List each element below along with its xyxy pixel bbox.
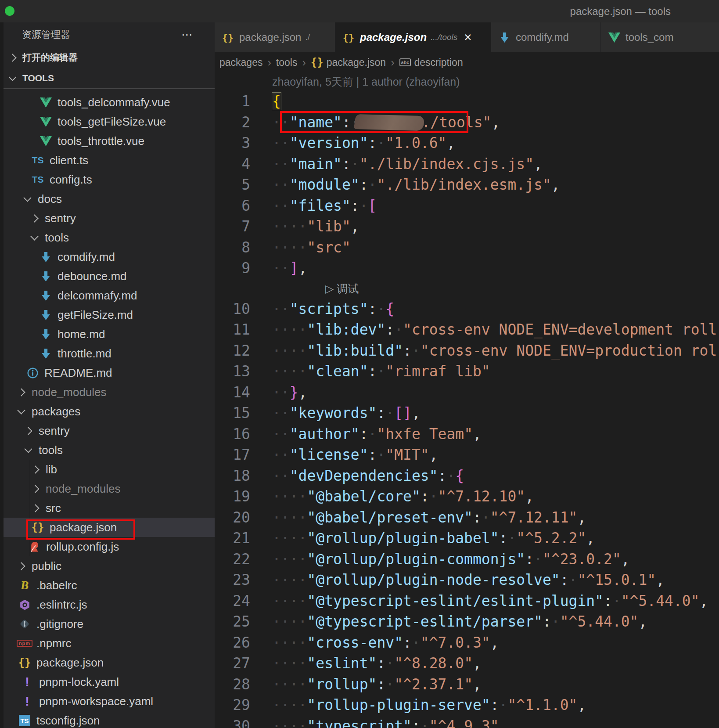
tree-item-sentry[interactable]: sentry xyxy=(0,209,215,228)
tab-comdify.md[interactable]: comdify.md xyxy=(491,22,601,52)
exclamation-icon: ! xyxy=(20,694,34,708)
abc-icon: abc xyxy=(399,58,411,66)
tab-package.json[interactable]: {}package.json.../tools✕ xyxy=(335,22,491,52)
tree-item-.gitignore[interactable]: .gitignore xyxy=(0,614,215,634)
tree-item-label: tools xyxy=(45,231,69,245)
code-text: ····"@typescript-eslint/eslint-plugin":·… xyxy=(250,591,708,612)
tree-item-node_modules[interactable]: node_modules xyxy=(0,382,215,402)
code-line-5: 5··"module":·"./lib/index.esm.js", xyxy=(215,174,719,195)
code-line-30: 30····"typescript":·"^4.9.3" xyxy=(215,716,719,728)
line-number: 13 xyxy=(215,361,250,382)
code-text: ····"@babel/core":·"^7.12.10", xyxy=(250,486,534,507)
tree-item-label: node_modules xyxy=(32,386,107,399)
tree-item-.eslintrc.js[interactable]: .eslintrc.js xyxy=(0,595,215,614)
tree-item-label: pnpm-lock.yaml xyxy=(39,675,119,689)
code-text: ··"scripts":·{ xyxy=(250,299,394,320)
line-number: 12 xyxy=(215,340,250,361)
line-number: 29 xyxy=(215,695,250,716)
tree-item-label: package.json xyxy=(36,656,104,670)
tab-label: package.json xyxy=(239,31,301,43)
breadcrumb-item-tools[interactable]: tools xyxy=(276,57,298,68)
tab-tools_com[interactable]: tools_com xyxy=(601,22,719,52)
tree-item-public[interactable]: public xyxy=(0,556,215,576)
tree-item-src[interactable]: src xyxy=(0,498,215,518)
breadcrumb-item-packages[interactable]: packages xyxy=(219,57,262,68)
markdown-icon xyxy=(39,250,53,264)
line-number: 24 xyxy=(215,591,250,612)
breadcrumb-item-package.json[interactable]: {}package.json xyxy=(311,56,386,68)
markdown-icon xyxy=(39,308,53,322)
close-icon[interactable]: ✕ xyxy=(464,32,472,43)
editor-content[interactable]: zhaoyifan, 5天前 | 1 author (zhaoyifan) 1{… xyxy=(215,72,719,728)
tree-item-label: home.md xyxy=(58,328,105,341)
tree-item-debounce.md[interactable]: debounce.md xyxy=(0,267,215,286)
tree-item-rollup.config.js[interactable]: rollup.config.js xyxy=(0,537,215,556)
code-line-24: 24····"@typescript-eslint/eslint-plugin"… xyxy=(215,591,719,612)
tree-item-config.ts[interactable]: TSconfig.ts xyxy=(0,170,215,189)
tree-item-pnpm-lock.yaml[interactable]: !pnpm-lock.yaml xyxy=(0,672,215,692)
tree-item-tsconfig.json[interactable]: TStsconfig.json xyxy=(0,711,215,728)
code-text: ····"@babel/preset-env":·"^7.12.11", xyxy=(250,507,586,528)
code-line-27: 27····"eslint":·"^8.28.0", xyxy=(215,653,719,674)
tree-item-lib[interactable]: lib xyxy=(0,460,215,479)
explorer-title: 资源管理器 xyxy=(22,28,70,41)
exclamation-icon: ! xyxy=(20,675,34,689)
line-number: 23 xyxy=(215,569,250,591)
line-number: 18 xyxy=(215,465,250,487)
tree-item-label: tools_delcommafy.vue xyxy=(58,96,170,109)
vue-icon xyxy=(39,134,53,148)
line-number: 10 xyxy=(215,299,250,320)
tree-item-tools[interactable]: tools xyxy=(0,228,215,247)
tree-item-tools_throttle.vue[interactable]: tools_throttle.vue xyxy=(0,131,215,151)
line-number: 17 xyxy=(215,444,250,465)
code-text: ····"eslint":·"^8.28.0", xyxy=(250,653,482,674)
tree-item-label: packages xyxy=(32,405,80,418)
breadcrumb-item-description[interactable]: abcdescription xyxy=(399,57,463,68)
tools-section-header[interactable]: TOOLS xyxy=(0,68,215,89)
window-traffic-light-green[interactable] xyxy=(5,6,14,16)
code-line-16: 16··"author":·"hxfe Team", xyxy=(215,424,719,445)
json-icon: {} xyxy=(31,520,45,534)
tree-item-getFileSize.md[interactable]: getFileSize.md xyxy=(0,305,215,324)
tree-item-tools_getFileSize.vue[interactable]: tools_getFileSize.vue xyxy=(0,112,215,131)
tree-item-client.ts[interactable]: TSclient.ts xyxy=(0,151,215,170)
tree-item-package.json[interactable]: {}package.json xyxy=(4,518,215,537)
code-text: ··"author":·"hxfe Team", xyxy=(250,424,482,445)
tree-item-.npmrc[interactable]: npm.npmrc xyxy=(0,634,215,653)
tree-item-node_modules[interactable]: node_modules xyxy=(0,479,215,498)
tree-item-tools[interactable]: tools xyxy=(0,440,215,460)
tree-item-label: node_modules xyxy=(46,482,121,496)
tab-bar: {}package.json./{}package.json.../tools✕… xyxy=(215,22,719,52)
tree-indent-guide xyxy=(30,460,30,556)
chevron-right-icon xyxy=(8,54,16,61)
tree-item-docs[interactable]: docs xyxy=(0,189,215,209)
chevron-right-icon xyxy=(30,214,38,222)
tree-item-.babelrc[interactable]: B.babelrc xyxy=(0,576,215,595)
tree-item-delcommafy.md[interactable]: delcommafy.md xyxy=(0,286,215,305)
more-actions-icon[interactable]: ⋯ xyxy=(181,28,194,42)
chevron-down-icon xyxy=(8,73,16,81)
json-icon: {} xyxy=(18,656,32,670)
tree-item-sentry[interactable]: sentry xyxy=(0,421,215,440)
tree-item-pnpm-workspace.yaml[interactable]: !pnpm-workspace.yaml xyxy=(0,692,215,711)
tab-label: tools_com xyxy=(626,31,673,43)
tree-item-packages[interactable]: packages xyxy=(0,402,215,421)
tree-item-README.md[interactable]: README.md xyxy=(0,363,215,382)
code-text: ··"keywords":·[], xyxy=(250,403,421,424)
codelens-debug[interactable]: ▷ 调试 xyxy=(325,279,359,299)
tree-item-throttle.md[interactable]: throttle.md xyxy=(0,344,215,363)
tree-item-comdify.md[interactable]: comdify.md xyxy=(0,247,215,267)
git-blame-lens[interactable]: zhaoyifan, 5天前 | 1 author (zhaoyifan) xyxy=(272,72,719,91)
open-editors-label: 打开的编辑器 xyxy=(22,51,78,64)
tree-item-package.json[interactable]: {}package.json xyxy=(0,653,215,672)
line-number: 26 xyxy=(215,632,250,653)
tree-item-home.md[interactable]: home.md xyxy=(0,324,215,344)
tab-path-suffix: ./ xyxy=(305,32,310,42)
tab-package.json[interactable]: {}package.json./ xyxy=(215,22,335,52)
open-editors-section[interactable]: 打开的编辑器 xyxy=(0,47,215,68)
markdown-icon xyxy=(39,327,53,341)
chevron-right-icon xyxy=(31,504,39,512)
code-line-29: 29····"rollup-plugin-serve":·"^1.1.0", xyxy=(215,695,719,716)
code-text: ··"module":·"./lib/index.esm.js", xyxy=(250,174,560,195)
tree-item-tools_delcommafy.vue[interactable]: tools_delcommafy.vue xyxy=(0,93,215,112)
